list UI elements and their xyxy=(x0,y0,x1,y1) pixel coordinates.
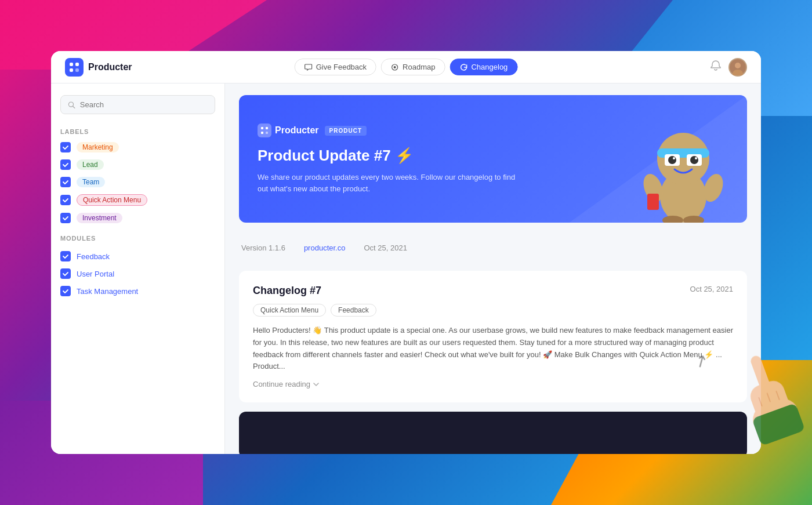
nav-center: Give Feedback Roadmap Changelog xyxy=(295,59,518,75)
checkbox-task-management[interactable] xyxy=(60,286,71,296)
svg-point-29 xyxy=(695,157,697,159)
continue-reading-button[interactable]: Continue reading xyxy=(253,380,733,388)
website-link[interactable]: producter.co xyxy=(304,244,346,252)
modules-section-header: MODULES xyxy=(60,235,215,242)
publish-date: Oct 25, 2021 xyxy=(364,244,407,252)
map-icon xyxy=(391,63,399,71)
roadmap-button[interactable]: Roadmap xyxy=(381,59,445,75)
chat-icon xyxy=(304,63,313,71)
svg-rect-19 xyxy=(261,132,263,134)
checkbox-lead[interactable] xyxy=(60,159,71,170)
tag-marketing: Marketing xyxy=(77,142,119,152)
svg-rect-9 xyxy=(70,68,73,72)
checkbox-quick-action[interactable] xyxy=(60,195,71,205)
svg-rect-7 xyxy=(70,63,73,66)
module-task-management[interactable]: Task Management xyxy=(60,286,215,296)
hero-mascot xyxy=(631,101,735,223)
hero-logo-icon xyxy=(258,123,271,137)
nav-right xyxy=(710,58,747,77)
meta-row: Version 1.1.6 producter.co Oct 25, 2021 xyxy=(239,237,747,259)
label-investment[interactable]: Investment xyxy=(60,213,215,223)
module-user-portal[interactable]: User Portal xyxy=(60,268,215,279)
app-logo-text: Producter xyxy=(88,62,132,72)
svg-rect-20 xyxy=(266,132,268,134)
label-quick-action[interactable]: Quick Action Menu xyxy=(60,194,215,206)
svg-point-14 xyxy=(735,63,741,68)
tag-investment: Investment xyxy=(77,213,122,223)
hero-product-badge: Producter PRODUCT xyxy=(258,123,517,137)
tag-row: Quick Action Menu Feedback xyxy=(253,304,733,317)
search-box[interactable] xyxy=(60,95,215,114)
svg-point-26 xyxy=(668,156,676,164)
checkbox-investment[interactable] xyxy=(60,213,71,223)
changelog-entry-date: Oct 25, 2021 xyxy=(690,285,733,293)
logo-icon xyxy=(65,58,84,77)
svg-point-12 xyxy=(394,66,396,68)
product-badge: PRODUCT xyxy=(325,126,367,136)
labels-section-header: LABELS xyxy=(60,128,215,135)
label-marketing[interactable]: Marketing xyxy=(60,142,215,152)
hero-title: Product Update #7 ⚡ xyxy=(258,147,517,165)
changelog-button[interactable]: Changelog xyxy=(449,59,517,75)
content-area: LABELS Marketing Lead Team xyxy=(51,83,761,454)
changelog-entry: Changelog #7 Oct 25, 2021 Quick Action M… xyxy=(239,271,747,402)
tag-feedback-entry: Feedback xyxy=(331,304,376,317)
tag-quick-action-menu: Quick Action Menu xyxy=(77,194,147,206)
hero-banner: Producter PRODUCT Product Update #7 ⚡ We… xyxy=(239,95,747,223)
svg-rect-8 xyxy=(75,63,79,66)
hero-description: We share our product updates every two w… xyxy=(258,172,517,194)
label-lead[interactable]: Lead xyxy=(60,159,215,170)
main-content: Producter PRODUCT Product Update #7 ⚡ We… xyxy=(225,83,761,454)
changelog-header: Changelog #7 Oct 25, 2021 xyxy=(253,285,733,297)
dark-teaser-card xyxy=(239,412,747,454)
label-team[interactable]: Team xyxy=(60,177,215,187)
svg-rect-17 xyxy=(261,127,263,129)
module-feedback[interactable]: Feedback xyxy=(60,251,215,261)
version-label: Version 1.1.6 xyxy=(241,244,285,252)
tag-quick-action-menu-entry: Quick Action Menu xyxy=(253,304,326,317)
module-feedback-label: Feedback xyxy=(77,252,110,261)
checkbox-user-portal[interactable] xyxy=(60,268,71,279)
refresh-icon xyxy=(459,63,467,71)
tag-team: Team xyxy=(77,177,105,187)
chevron-down-icon xyxy=(313,381,320,388)
hero-logo: Producter xyxy=(258,123,319,137)
changelog-title: Changelog #7 xyxy=(253,285,321,297)
bell-icon[interactable] xyxy=(710,60,722,74)
svg-point-16 xyxy=(68,101,73,106)
checkbox-team[interactable] xyxy=(60,177,71,187)
hero-content: Producter PRODUCT Product Update #7 ⚡ We… xyxy=(258,123,517,194)
search-icon xyxy=(68,101,75,109)
changelog-body: Hello Producters! 👋 This product update … xyxy=(253,325,733,373)
svg-point-28 xyxy=(673,157,675,159)
svg-rect-18 xyxy=(266,127,268,129)
svg-rect-32 xyxy=(647,194,659,210)
checkbox-marketing[interactable] xyxy=(60,142,71,152)
module-task-management-label: Task Management xyxy=(77,287,138,296)
logo-area: Producter xyxy=(65,58,132,77)
search-input[interactable] xyxy=(80,100,208,109)
module-user-portal-label: User Portal xyxy=(77,270,114,278)
give-feedback-button[interactable]: Give Feedback xyxy=(295,59,376,75)
top-nav: Producter Give Feedback Roadmap xyxy=(51,51,761,83)
sidebar: LABELS Marketing Lead Team xyxy=(51,83,225,454)
avatar[interactable] xyxy=(728,58,747,77)
main-card: Producter Give Feedback Roadmap xyxy=(51,51,761,454)
checkbox-feedback[interactable] xyxy=(60,251,71,261)
svg-rect-10 xyxy=(75,68,79,72)
svg-point-27 xyxy=(690,156,698,164)
svg-rect-2 xyxy=(749,354,772,393)
tag-lead: Lead xyxy=(77,159,104,170)
